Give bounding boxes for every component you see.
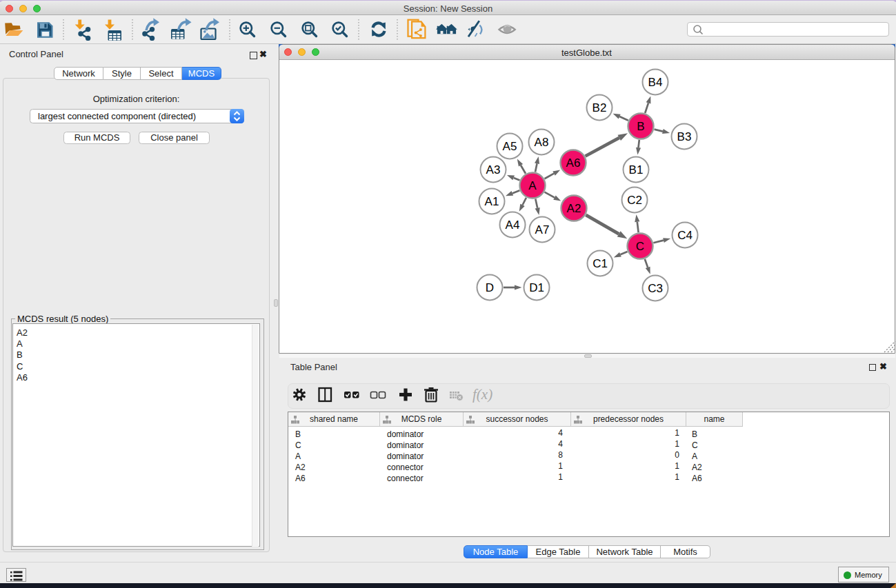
svg-text:A: A xyxy=(528,179,537,192)
svg-text:B4: B4 xyxy=(648,76,663,89)
svg-text:A5: A5 xyxy=(503,140,517,153)
svg-text:D1: D1 xyxy=(529,281,544,294)
svg-text:A1: A1 xyxy=(485,195,499,208)
svg-text:A8: A8 xyxy=(535,136,549,149)
svg-text:C1: C1 xyxy=(593,257,608,270)
svg-text:D: D xyxy=(486,281,494,294)
svg-text:A3: A3 xyxy=(486,163,501,176)
svg-text:B3: B3 xyxy=(677,130,692,143)
svg-text:A2: A2 xyxy=(567,202,581,215)
svg-text:C2: C2 xyxy=(627,194,642,207)
svg-text:A6: A6 xyxy=(566,156,581,170)
svg-text:A4: A4 xyxy=(506,219,520,232)
svg-text:A7: A7 xyxy=(535,223,550,236)
svg-text:f(x): f(x) xyxy=(472,386,492,403)
svg-text:B2: B2 xyxy=(593,101,607,114)
svg-text:B: B xyxy=(637,120,644,133)
svg-text:C4: C4 xyxy=(677,229,693,242)
svg-text:C: C xyxy=(636,240,644,253)
svg-text:B1: B1 xyxy=(629,163,644,176)
svg-text:C3: C3 xyxy=(648,282,663,295)
